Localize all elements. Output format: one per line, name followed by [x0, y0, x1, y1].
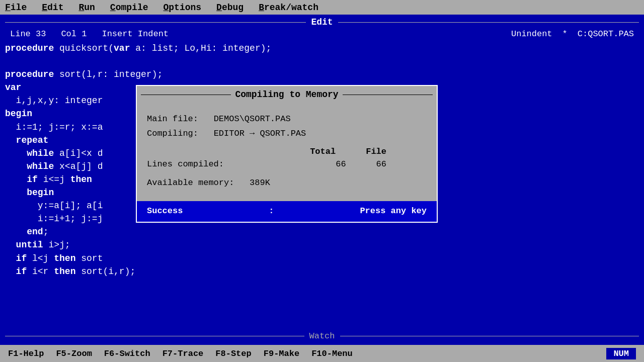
lines-compiled-file: 66	[376, 158, 386, 171]
stats-lines-row: Lines compiled: 66 66	[147, 158, 427, 171]
memory-value: 389K	[250, 178, 270, 188]
status-right: Unindent * C:QSORT.PAS	[511, 29, 634, 39]
f7-label: -Trace	[173, 349, 203, 358]
menu-file[interactable]: File	[5, 3, 27, 13]
status-mode: Insert Indent	[102, 29, 169, 39]
lines-compiled-label: Lines compiled:	[147, 158, 224, 171]
status-line-number: Line 33	[10, 29, 46, 39]
bottom-f5[interactable]: F5-Zoom	[56, 349, 92, 358]
bottom-f6[interactable]: F6-Switch	[104, 349, 150, 358]
menubar: File Edit Run Compile Options Debug Brea…	[0, 0, 644, 15]
bottom-f1[interactable]: F1-Help	[8, 349, 44, 358]
code-line-17: if l<j then sort	[5, 252, 639, 265]
menu-compile[interactable]: Compile	[110, 3, 148, 13]
main-file-value: DEMOS\QSORT.PAS	[214, 114, 291, 124]
footer-action: Press any key	[360, 205, 427, 218]
code-line-15: end;	[5, 225, 639, 238]
code-line-1: procedure quicksort(var a: list; Lo,Hi: …	[5, 42, 639, 55]
dialog-stats: Total File Lines compiled: 66 66	[147, 146, 427, 170]
f5-label: -Zoom	[66, 349, 92, 358]
lines-compiled-total: 66	[336, 158, 346, 171]
bottombar: F1-Help F5-Zoom F6-Switch F7-Trace F8-St…	[0, 345, 644, 362]
compiling-label: Compiling:	[147, 129, 198, 138]
status-col: Col 1	[61, 29, 87, 39]
compile-dialog-title: Compiling to Memory	[231, 88, 342, 101]
status-unindent: Unindent	[511, 29, 552, 39]
f7-key: F7	[163, 349, 173, 358]
code-line-18: if i<r then sort(i,r);	[5, 265, 639, 278]
bottom-f7[interactable]: F7-Trace	[163, 349, 204, 358]
footer-separator: :	[269, 205, 274, 218]
f9-label: -Make	[274, 349, 299, 358]
main-file-label: Main file:	[147, 114, 198, 124]
f10-key: F10	[311, 349, 327, 358]
watch-title: Watch	[304, 331, 340, 341]
compiling-row: Compiling: EDITOR → QSORT.PAS	[147, 128, 427, 140]
code-line-2	[5, 55, 639, 68]
code-line-3: procedure sort(l,r: integer);	[5, 68, 639, 81]
compiling-value: EDITOR → QSORT.PAS	[214, 129, 306, 138]
memory-label: Available memory:	[147, 178, 234, 188]
stats-header-total: Total	[310, 146, 336, 158]
bottom-f10[interactable]: F10-Menu	[311, 349, 353, 358]
menu-options[interactable]: Options	[163, 3, 201, 13]
status-filename: C:QSORT.PAS	[578, 29, 634, 39]
dialog-memory: Available memory: 389K	[147, 177, 427, 190]
f6-label: -Switch	[114, 349, 150, 358]
edit-titlebar: Edit	[5, 16, 639, 28]
num-indicator: NUM	[606, 348, 636, 359]
compile-dialog[interactable]: Compiling to Memory Main file: DEMOS\QSO…	[136, 85, 438, 223]
bottom-f9[interactable]: F9-Make	[264, 349, 299, 358]
menu-run[interactable]: Run	[78, 3, 95, 13]
f6-key: F6	[104, 349, 114, 358]
compile-dialog-titlebar: Compiling to Memory	[137, 86, 437, 103]
status-star: *	[562, 29, 568, 39]
bottom-f8[interactable]: F8-Step	[215, 349, 251, 358]
editor-area: Edit Line 33 Col 1 Insert Indent Uninden…	[0, 15, 644, 345]
f5-key: F5	[56, 349, 66, 358]
f9-key: F9	[264, 349, 274, 358]
compile-dialog-footer[interactable]: Success : Press any key	[137, 201, 437, 222]
stats-header: Total File	[147, 146, 427, 158]
f8-key: F8	[215, 349, 225, 358]
code-line-16: until i>j;	[5, 238, 639, 251]
stats-values: 66 66	[336, 158, 427, 171]
status-line: Line 33 Col 1 Insert Indent Unindent * C…	[0, 28, 644, 40]
watch-bar: Watch	[0, 327, 644, 345]
f1-key: F1	[8, 349, 18, 358]
f10-label: -Menu	[327, 349, 353, 358]
stats-header-file: File	[366, 146, 386, 158]
menu-debug[interactable]: Debug	[216, 3, 244, 13]
f1-label: -Help	[18, 349, 44, 358]
f8-label: -Step	[226, 349, 252, 358]
menu-breakwatch[interactable]: Break/watch	[259, 3, 318, 13]
menu-edit[interactable]: Edit	[42, 3, 63, 13]
compile-dialog-body: Main file: DEMOS\QSORT.PAS Compiling: ED…	[137, 103, 437, 201]
footer-status: Success	[147, 205, 183, 218]
main-file-row: Main file: DEMOS\QSORT.PAS	[147, 113, 427, 126]
code-area[interactable]: procedure quicksort(var a: list; Lo,Hi: …	[0, 40, 644, 327]
